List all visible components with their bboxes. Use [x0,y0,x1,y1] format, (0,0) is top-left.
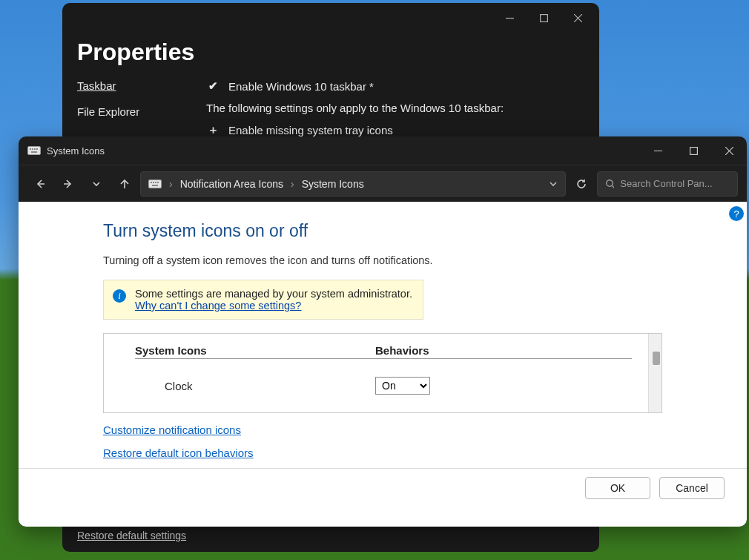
table-row: Clock On [135,377,632,395]
page-heading: Turn system icons on or off [103,221,662,241]
properties-nav: Taskbar File Explorer [77,79,188,137]
admin-info-box: i Some settings are managed by your syst… [103,280,423,320]
svg-rect-20 [155,182,156,183]
page-description: Turning off a system icon removes the ic… [103,254,662,266]
address-dropdown-button[interactable] [549,179,558,188]
keyboard-icon [27,146,41,155]
customize-icons-link[interactable]: Customize notification icons [103,424,662,436]
restore-default-settings-link[interactable]: Restore default settings [77,530,186,541]
keyboard-icon [148,179,162,188]
svg-rect-18 [151,182,152,183]
properties-title: Properties [62,33,599,79]
row-enable-taskbar-label: Enable Windows 10 taskbar * [228,80,374,93]
chevron-right-icon: › [169,178,173,190]
col-header-behaviors: Behaviors [375,344,632,359]
system-icons-table: System Icons Behaviors Clock On [103,333,662,413]
breadcrumb-level1[interactable]: Notification Area Icons [180,178,283,190]
chevron-down-icon [549,179,558,188]
col-header-icons: System Icons [135,344,375,359]
nav-item-file-explorer[interactable]: File Explorer [77,105,188,118]
cp-inner: Turn system icons on or off Turning off … [19,202,747,468]
clock-behavior-select[interactable]: On [375,377,430,395]
properties-main: ✔ Enable Windows 10 taskbar * The follow… [206,79,584,137]
cp-footer: OK Cancel [19,468,747,507]
address-bar[interactable]: › Notification Area Icons › System Icons [140,171,566,197]
properties-body: Taskbar File Explorer ✔ Enable Windows 1… [62,79,599,137]
arrow-up-icon [119,178,131,190]
cp-title: System Icons [47,145,640,157]
svg-rect-21 [157,182,159,183]
infobox-text: Some settings are managed by your system… [135,288,412,312]
search-icon [605,179,614,189]
svg-rect-4 [28,147,41,155]
row-clock-behavior-cell: On [375,377,430,395]
chevron-down-icon [92,179,101,188]
restore-behaviors-link[interactable]: Restore default icon behaviors [103,447,662,459]
plus-icon: ＋ [206,123,220,137]
maximize-icon [690,147,698,155]
svg-rect-19 [153,182,154,183]
infobox-line1: Some settings are managed by your system… [135,288,412,300]
row-note: The following settings only apply to the… [206,102,584,114]
properties-titlebar [62,3,599,33]
refresh-button[interactable] [569,171,594,197]
nav-item-taskbar[interactable]: Taskbar [77,79,188,92]
refresh-icon [575,178,587,190]
infobox-help-link[interactable]: Why can't I change some settings? [135,300,301,312]
minimize-icon [506,14,514,22]
row-clock-label: Clock [135,380,375,392]
cancel-button[interactable]: Cancel [659,477,725,499]
cp-titlebar: System Icons [19,136,747,165]
arrow-left-icon [34,178,46,190]
table-scrollbar[interactable] [648,334,661,412]
cp-close-button[interactable] [711,136,747,165]
svg-rect-9 [31,151,37,153]
svg-rect-22 [152,185,158,186]
row-note-text: The following settings only apply to the… [206,102,504,114]
help-icon: ? [733,208,739,220]
svg-rect-17 [149,179,162,188]
control-panel-window: System Icons › Notification Area I [19,136,747,527]
svg-rect-7 [34,148,36,150]
cp-toolbar: › Notification Area Icons › System Icons [19,165,747,202]
svg-rect-1 [540,14,547,22]
search-box[interactable] [597,171,738,197]
cp-content: ? Turn system icons on or off Turning of… [19,202,747,527]
maximize-button[interactable] [527,6,561,30]
breadcrumb-level2[interactable]: System Icons [302,178,364,190]
svg-rect-11 [690,147,697,154]
svg-rect-6 [32,148,33,150]
help-button[interactable]: ? [729,206,744,221]
svg-rect-5 [30,148,31,150]
arrow-right-icon [62,178,74,190]
close-icon [574,14,582,22]
history-dropdown-button[interactable] [84,171,109,197]
scrollbar-thumb[interactable] [653,352,660,365]
info-icon: i [113,289,126,303]
close-button[interactable] [561,6,595,30]
close-icon [725,147,733,155]
minimize-button[interactable] [492,6,527,30]
up-button[interactable] [112,171,137,197]
minimize-icon [654,147,662,155]
row-enable-taskbar[interactable]: ✔ Enable Windows 10 taskbar * [206,79,584,93]
back-button[interactable] [27,171,53,197]
svg-line-24 [612,185,614,188]
ok-button[interactable]: OK [585,477,650,499]
table-body: System Icons Behaviors Clock On [104,334,648,412]
chevron-right-icon: › [291,178,294,190]
forward-button[interactable] [56,171,81,197]
search-input[interactable] [620,178,730,189]
svg-point-23 [607,179,613,186]
maximize-icon [540,14,548,22]
table-header: System Icons Behaviors [135,344,632,359]
row-enable-tray[interactable]: ＋ Enable missing system tray icons [206,123,584,137]
cp-maximize-button[interactable] [676,136,711,165]
svg-rect-8 [36,148,38,150]
row-enable-tray-label: Enable missing system tray icons [228,124,393,136]
cp-minimize-button[interactable] [640,136,676,165]
check-icon: ✔ [206,79,220,93]
